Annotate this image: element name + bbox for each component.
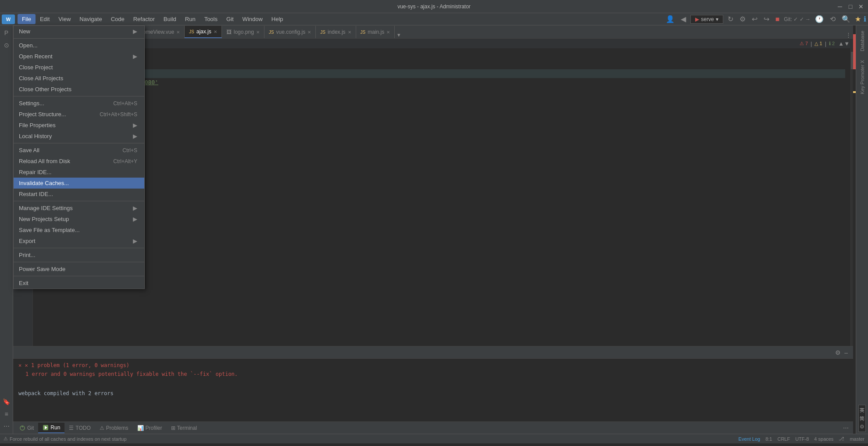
back-icon[interactable]: ◀ (679, 15, 688, 23)
error-nav-down[interactable]: ▼ (844, 40, 850, 47)
submenu-arrow-properties: ▶ (133, 122, 137, 128)
chinese-char-2[interactable]: 简 (860, 415, 864, 422)
menu-item-save-template[interactable]: Save File as Template... (14, 225, 144, 235)
menu-view[interactable]: View (54, 14, 75, 24)
tab-logo[interactable]: 🖼 logo.png ✕ (222, 26, 264, 38)
menu-item-close-project[interactable]: Close Project (14, 62, 144, 73)
menu-item-power-save[interactable]: Power Save Mode (14, 264, 144, 275)
menu-item-new-projects-setup[interactable]: New Projects Setup ▶ (14, 214, 144, 225)
menu-item-settings[interactable]: Settings... Ctrl+Alt+S (14, 98, 144, 109)
menu-item-project-structure[interactable]: Project Structure... Ctrl+Alt+Shift+S (14, 109, 144, 120)
more-tabs-icon[interactable]: ▾ (395, 32, 403, 38)
event-log-link[interactable]: Event Log (739, 436, 761, 442)
chinese-char-1[interactable]: 英 (860, 407, 864, 414)
menu-item-export[interactable]: Export ▶ (14, 235, 144, 246)
bookmarks-icon[interactable]: 🔖 (1, 396, 12, 407)
menu-item-open[interactable]: Open... (14, 40, 144, 51)
settings-btn[interactable]: ⚙ (833, 348, 843, 357)
menu-item-save-all[interactable]: Save All Ctrl+S (14, 145, 144, 156)
tab-todo[interactable]: ☰ TODO (64, 423, 95, 433)
redo-icon[interactable]: ↪ (762, 15, 771, 23)
menu-item-exit[interactable]: Exit (14, 278, 144, 289)
dropdown-menu-panel: New ▶ Open... Open Recent ▶ Close Projec… (13, 25, 145, 289)
minimize-panel-btn[interactable]: – (843, 348, 850, 357)
revert-icon[interactable]: ⟲ (828, 15, 837, 23)
code-content[interactable]: import axios from "axios"; import Vue fr… (33, 48, 850, 346)
undo-icon[interactable]: ↩ (750, 15, 759, 23)
menu-item-file-properties[interactable]: File Properties ▶ (14, 120, 144, 131)
tab-index-js[interactable]: JS index.js ✕ (316, 26, 356, 38)
structure-icon[interactable]: ≡ (1, 408, 12, 420)
indent[interactable]: 4 spaces (814, 436, 833, 442)
menu-run[interactable]: Run (181, 14, 200, 24)
tab-ajax-js[interactable]: JS ajax.js ✕ (185, 26, 222, 38)
tab-terminal[interactable]: ⊞ Terminal (167, 423, 201, 433)
tab-icon-index: JS (320, 30, 325, 35)
menu-item-close-other[interactable]: Close Other Projects (14, 84, 144, 95)
minimize-button[interactable]: ─ (836, 3, 843, 10)
charset[interactable]: UTF-8 (795, 436, 809, 442)
menu-navigate[interactable]: Navigate (75, 14, 106, 24)
error-nav-up[interactable]: ▲ (838, 40, 844, 47)
more-tools-icon[interactable]: ⋯ (1, 421, 12, 432)
submenu-arrow-recent: ▶ (133, 53, 137, 60)
menu-item-open-recent[interactable]: Open Recent ▶ (14, 51, 144, 62)
refresh-icon[interactable]: ↻ (726, 15, 735, 23)
menu-item-close-all[interactable]: Close All Projects (14, 73, 144, 84)
menu-item-local-history[interactable]: Local History ▶ (14, 131, 144, 142)
git-icon (19, 425, 25, 431)
menu-build[interactable]: Build (159, 14, 181, 24)
menu-tools[interactable]: Tools (200, 14, 222, 24)
more-panels-icon[interactable]: ⋯ (840, 425, 851, 431)
line-ending[interactable]: CRLF (777, 436, 790, 442)
separator-6 (14, 262, 144, 262)
menu-code[interactable]: Code (107, 14, 129, 24)
run-icon: ▶ (695, 16, 699, 22)
menu-item-new[interactable]: New ▶ (14, 26, 144, 37)
tab-git[interactable]: Git (15, 423, 38, 433)
project-icon[interactable]: P (1, 27, 12, 39)
tab-run[interactable]: Run (38, 423, 64, 433)
commit-icon[interactable]: ⊙ (1, 39, 12, 51)
menu-item-invalidate-caches[interactable]: Invalidate Caches... (14, 178, 144, 189)
tab-problems[interactable]: ⚠ Problems (95, 423, 133, 433)
tab-close-logo[interactable]: ✕ (256, 30, 260, 35)
menu-item-reload-disk[interactable]: Reload All from Disk Ctrl+Alt+Y (14, 156, 144, 167)
tab-close-main[interactable]: ✕ (386, 30, 390, 35)
menu-item-print[interactable]: Print... (14, 250, 144, 260)
cursor-position[interactable]: 8:1 (765, 436, 772, 442)
menu-window[interactable]: Window (238, 14, 267, 24)
menu-git[interactable]: Git (222, 14, 238, 24)
maximize-button[interactable]: □ (847, 3, 854, 10)
menu-file[interactable]: File (18, 14, 36, 24)
database-panel-label[interactable]: Database (860, 27, 865, 55)
chinese-settings-icon[interactable]: ⚙ (860, 424, 864, 430)
search-icon[interactable]: 🔍 (840, 15, 852, 23)
key-promoter-label[interactable]: Key Promoter X (860, 57, 865, 98)
branch-name[interactable]: master (850, 436, 864, 442)
tab-close-index[interactable]: ✕ (348, 30, 351, 35)
history-icon[interactable]: 🕐 (813, 15, 825, 23)
tabs-options-icon[interactable]: ⋮ (844, 32, 853, 38)
tab-close-homeview[interactable]: ✕ (176, 30, 180, 35)
menu-item-repair-ide[interactable]: Repair IDE... (14, 167, 144, 178)
tab-main-js[interactable]: JS main.js ✕ (356, 26, 395, 38)
notification-icon[interactable]: ★ (855, 15, 861, 23)
plugin-icon[interactable]: ⚙ (738, 15, 747, 23)
window-controls: ─ □ ✕ (836, 3, 864, 10)
separator-5 (14, 248, 144, 248)
menu-edit[interactable]: Edit (36, 14, 54, 24)
tab-vue-config[interactable]: JS vue.config.js ✕ (264, 26, 316, 38)
tab-close-ajax[interactable]: ✕ (214, 29, 217, 34)
serve-button[interactable]: ▶ serve ▾ (690, 15, 723, 24)
menu-item-restart-ide[interactable]: Restart IDE... (14, 189, 144, 200)
menu-refactor[interactable]: Refactor (129, 14, 159, 24)
stop-icon[interactable]: ■ (774, 15, 782, 23)
tab-close-vueconfig[interactable]: ✕ (307, 30, 311, 35)
menu-help[interactable]: Help (267, 14, 288, 24)
info-icon[interactable]: ℹ (864, 15, 866, 23)
tab-profiler[interactable]: 📊 Profiler (133, 423, 167, 433)
close-button[interactable]: ✕ (857, 3, 864, 10)
user-icon[interactable]: 👤 (664, 15, 676, 23)
menu-item-manage-ide[interactable]: Manage IDE Settings ▶ (14, 203, 144, 214)
